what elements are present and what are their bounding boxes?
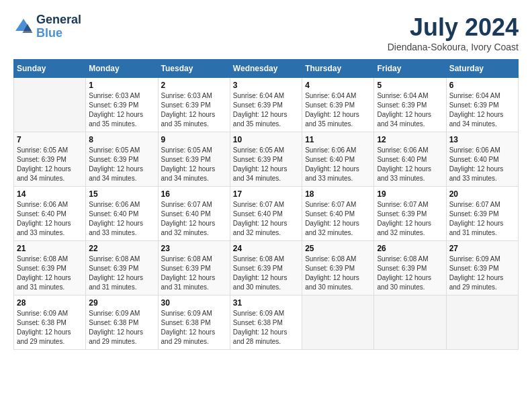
day-info: Sunrise: 6:05 AM Sunset: 6:39 PM Dayligh… xyxy=(17,146,83,183)
day-number: 24 xyxy=(233,244,299,253)
day-info: Sunrise: 6:04 AM Sunset: 6:39 PM Dayligh… xyxy=(305,91,371,129)
calendar-cell: 16Sunrise: 6:07 AM Sunset: 6:40 PM Dayli… xyxy=(158,187,230,241)
day-number: 22 xyxy=(89,244,154,253)
calendar-cell: 13Sunrise: 6:06 AM Sunset: 6:40 PM Dayli… xyxy=(446,132,518,187)
day-number: 9 xyxy=(161,135,227,144)
day-number: 30 xyxy=(161,298,227,308)
calendar-cell: 19Sunrise: 6:07 AM Sunset: 6:39 PM Dayli… xyxy=(374,187,446,241)
logo: General Blue xyxy=(13,13,81,40)
calendar-week-row: 28Sunrise: 6:09 AM Sunset: 6:38 PM Dayli… xyxy=(14,295,519,350)
day-number: 25 xyxy=(305,244,371,253)
day-info: Sunrise: 6:09 AM Sunset: 6:38 PM Dayligh… xyxy=(89,309,154,347)
day-info: Sunrise: 6:04 AM Sunset: 6:39 PM Dayligh… xyxy=(233,91,299,129)
day-info: Sunrise: 6:08 AM Sunset: 6:39 PM Dayligh… xyxy=(89,255,154,292)
day-info: Sunrise: 6:05 AM Sunset: 6:39 PM Dayligh… xyxy=(89,146,154,183)
day-number: 7 xyxy=(17,135,83,144)
calendar-cell: 22Sunrise: 6:08 AM Sunset: 6:39 PM Dayli… xyxy=(86,241,158,295)
day-info: Sunrise: 6:08 AM Sunset: 6:39 PM Dayligh… xyxy=(161,255,227,292)
calendar-cell: 25Sunrise: 6:08 AM Sunset: 6:39 PM Dayli… xyxy=(302,241,374,295)
day-info: Sunrise: 6:09 AM Sunset: 6:38 PM Dayligh… xyxy=(233,309,299,347)
calendar-cell: 1Sunrise: 6:03 AM Sunset: 6:39 PM Daylig… xyxy=(86,78,158,132)
day-number: 23 xyxy=(161,244,227,253)
calendar-cell: 15Sunrise: 6:06 AM Sunset: 6:40 PM Dayli… xyxy=(86,187,158,241)
day-number: 15 xyxy=(89,189,154,199)
day-number: 28 xyxy=(17,298,83,308)
calendar-cell: 30Sunrise: 6:09 AM Sunset: 6:38 PM Dayli… xyxy=(158,295,230,350)
day-info: Sunrise: 6:07 AM Sunset: 6:40 PM Dayligh… xyxy=(161,200,227,238)
column-header-tuesday: Tuesday xyxy=(158,60,230,78)
day-info: Sunrise: 6:06 AM Sunset: 6:40 PM Dayligh… xyxy=(377,146,443,183)
day-number: 29 xyxy=(89,298,154,308)
calendar-cell: 6Sunrise: 6:04 AM Sunset: 6:39 PM Daylig… xyxy=(446,78,518,132)
calendar-cell: 17Sunrise: 6:07 AM Sunset: 6:40 PM Dayli… xyxy=(230,187,302,241)
day-number: 19 xyxy=(377,189,443,199)
day-number: 8 xyxy=(89,135,154,144)
calendar-cell: 8Sunrise: 6:05 AM Sunset: 6:39 PM Daylig… xyxy=(86,132,158,187)
day-number: 18 xyxy=(305,189,371,199)
location-subtitle: Diendana-Sokoura, Ivory Coast xyxy=(388,42,519,52)
day-number: 21 xyxy=(17,244,83,253)
calendar-cell: 28Sunrise: 6:09 AM Sunset: 6:38 PM Dayli… xyxy=(14,295,86,350)
day-number: 12 xyxy=(377,135,443,144)
day-info: Sunrise: 6:04 AM Sunset: 6:39 PM Dayligh… xyxy=(449,91,515,129)
day-info: Sunrise: 6:03 AM Sunset: 6:39 PM Dayligh… xyxy=(161,91,227,129)
calendar-cell: 5Sunrise: 6:04 AM Sunset: 6:39 PM Daylig… xyxy=(374,78,446,132)
calendar-cell: 7Sunrise: 6:05 AM Sunset: 6:39 PM Daylig… xyxy=(14,132,86,187)
calendar-cell: 29Sunrise: 6:09 AM Sunset: 6:38 PM Dayli… xyxy=(86,295,158,350)
day-number: 26 xyxy=(377,244,443,253)
day-number: 1 xyxy=(89,81,154,90)
calendar-week-row: 21Sunrise: 6:08 AM Sunset: 6:39 PM Dayli… xyxy=(14,241,519,295)
calendar-cell: 4Sunrise: 6:04 AM Sunset: 6:39 PM Daylig… xyxy=(302,78,374,132)
calendar-cell: 14Sunrise: 6:06 AM Sunset: 6:40 PM Dayli… xyxy=(14,187,86,241)
day-info: Sunrise: 6:04 AM Sunset: 6:39 PM Dayligh… xyxy=(377,91,443,129)
calendar-week-row: 1Sunrise: 6:03 AM Sunset: 6:39 PM Daylig… xyxy=(14,78,519,132)
day-info: Sunrise: 6:07 AM Sunset: 6:39 PM Dayligh… xyxy=(377,200,443,238)
calendar-cell: 20Sunrise: 6:07 AM Sunset: 6:39 PM Dayli… xyxy=(446,187,518,241)
calendar-cell: 23Sunrise: 6:08 AM Sunset: 6:39 PM Dayli… xyxy=(158,241,230,295)
calendar-cell xyxy=(14,78,86,132)
calendar-cell: 27Sunrise: 6:09 AM Sunset: 6:39 PM Dayli… xyxy=(446,241,518,295)
day-number: 31 xyxy=(233,298,299,308)
calendar-cell: 2Sunrise: 6:03 AM Sunset: 6:39 PM Daylig… xyxy=(158,78,230,132)
day-number: 11 xyxy=(305,135,371,144)
day-number: 13 xyxy=(449,135,515,144)
day-info: Sunrise: 6:07 AM Sunset: 6:40 PM Dayligh… xyxy=(305,200,371,238)
calendar-cell xyxy=(446,295,518,350)
calendar-cell: 11Sunrise: 6:06 AM Sunset: 6:40 PM Dayli… xyxy=(302,132,374,187)
day-number: 20 xyxy=(449,189,515,199)
column-header-sunday: Sunday xyxy=(14,60,86,78)
day-info: Sunrise: 6:07 AM Sunset: 6:39 PM Dayligh… xyxy=(449,200,515,238)
day-info: Sunrise: 6:06 AM Sunset: 6:40 PM Dayligh… xyxy=(89,200,154,238)
column-header-monday: Monday xyxy=(86,60,158,78)
day-info: Sunrise: 6:08 AM Sunset: 6:39 PM Dayligh… xyxy=(377,255,443,292)
day-number: 27 xyxy=(449,244,515,253)
calendar-cell: 31Sunrise: 6:09 AM Sunset: 6:38 PM Dayli… xyxy=(230,295,302,350)
column-header-thursday: Thursday xyxy=(302,60,374,78)
calendar-cell: 26Sunrise: 6:08 AM Sunset: 6:39 PM Dayli… xyxy=(374,241,446,295)
logo-line1: General xyxy=(36,13,81,27)
calendar-week-row: 14Sunrise: 6:06 AM Sunset: 6:40 PM Dayli… xyxy=(14,187,519,241)
page-header: General Blue July 2024 Diendana-Sokoura,… xyxy=(13,13,519,52)
day-info: Sunrise: 6:08 AM Sunset: 6:39 PM Dayligh… xyxy=(305,255,371,292)
day-number: 4 xyxy=(305,81,371,90)
month-title: July 2024 xyxy=(388,13,519,42)
day-info: Sunrise: 6:09 AM Sunset: 6:39 PM Dayligh… xyxy=(449,255,515,292)
day-number: 3 xyxy=(233,81,299,90)
day-info: Sunrise: 6:07 AM Sunset: 6:40 PM Dayligh… xyxy=(233,200,299,238)
day-info: Sunrise: 6:06 AM Sunset: 6:40 PM Dayligh… xyxy=(305,146,371,183)
day-info: Sunrise: 6:06 AM Sunset: 6:40 PM Dayligh… xyxy=(449,146,515,183)
day-number: 6 xyxy=(449,81,515,90)
calendar-header-row: SundayMondayTuesdayWednesdayThursdayFrid… xyxy=(14,60,519,78)
day-number: 17 xyxy=(233,189,299,199)
day-number: 10 xyxy=(233,135,299,144)
day-number: 14 xyxy=(17,189,83,199)
day-info: Sunrise: 6:03 AM Sunset: 6:39 PM Dayligh… xyxy=(89,91,154,129)
day-info: Sunrise: 6:06 AM Sunset: 6:40 PM Dayligh… xyxy=(17,200,83,238)
logo-text: General Blue xyxy=(36,13,81,40)
calendar-cell: 18Sunrise: 6:07 AM Sunset: 6:40 PM Dayli… xyxy=(302,187,374,241)
day-info: Sunrise: 6:05 AM Sunset: 6:39 PM Dayligh… xyxy=(161,146,227,183)
logo-line2: Blue xyxy=(36,27,81,40)
day-number: 2 xyxy=(161,81,227,90)
logo-icon xyxy=(13,17,34,37)
column-header-saturday: Saturday xyxy=(446,60,518,78)
